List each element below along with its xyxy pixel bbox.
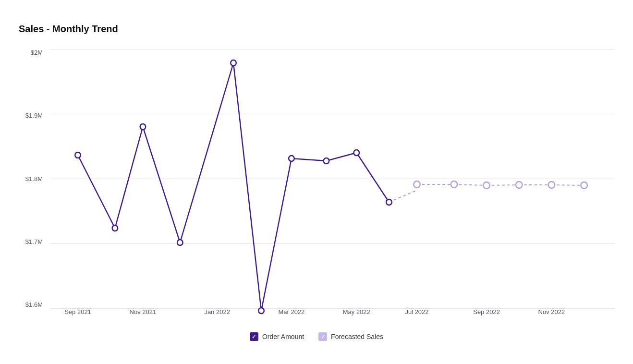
dot-dec2021 <box>177 240 183 245</box>
dot-oct2022-forecast <box>516 182 523 188</box>
forecast-line-3 <box>487 185 519 185</box>
order-amount-line <box>78 63 389 311</box>
y-label-4: $1.9M <box>25 112 43 119</box>
dot-aug2022-forecast <box>451 181 458 188</box>
y-label-3: $1.8M <box>25 175 43 182</box>
chart-container: Sales - Monthly Trend $2M $1.9M $1.8M $1… <box>9 9 624 355</box>
dot-mar2022 <box>289 156 294 161</box>
dot-dec2022-forecast <box>581 182 587 189</box>
legend-checkmark-order: ✓ <box>252 334 256 340</box>
dot-jul2022-forecast <box>414 181 420 188</box>
y-label-2: $1.7M <box>25 238 43 245</box>
forecast-line-5 <box>551 185 584 185</box>
dot-nov2022-forecast <box>548 182 555 188</box>
chart-title: Sales - Monthly Trend <box>19 24 614 35</box>
legend-item-order-amount: ✓ Order Amount <box>250 332 304 341</box>
y-label-5: $2M <box>31 49 43 56</box>
legend-checkmark-forecast: ✓ <box>321 334 325 340</box>
legend-label-order-amount: Order Amount <box>262 333 304 340</box>
dot-apr2022 <box>324 158 329 164</box>
x-label-nov2022: Nov 2022 <box>538 308 565 315</box>
dot-nov2021 <box>140 124 146 130</box>
chart-area: $2M $1.9M $1.8M $1.7M $1.6M <box>19 49 614 328</box>
x-label-sep2022: Sep 2022 <box>473 308 500 315</box>
x-label-may2022: May 2022 <box>343 308 370 315</box>
dot-sep2021 <box>75 152 81 158</box>
x-label-nov2021: Nov 2021 <box>130 308 157 315</box>
dot-may2022 <box>353 150 359 156</box>
legend-item-forecasted-sales: ✓ Forecasted Sales <box>318 332 383 341</box>
dot-jan2022-peak <box>231 60 236 66</box>
legend-icon-order-amount: ✓ <box>250 332 258 341</box>
x-label-sep2021: Sep 2021 <box>64 308 91 315</box>
legend-icon-forecasted-sales: ✓ <box>318 332 327 341</box>
chart-legend: ✓ Order Amount ✓ Forecasted Sales <box>19 332 614 341</box>
forecast-line-start <box>389 190 417 202</box>
y-axis: $2M $1.9M $1.8M $1.7M $1.6M <box>19 49 48 308</box>
x-label-jul2022: Jul 2022 <box>405 308 428 315</box>
chart-svg <box>50 49 614 308</box>
dot-jun2022 <box>386 199 392 205</box>
dot-oct2021 <box>112 225 118 231</box>
x-label-jan2022: Jan 2022 <box>204 308 230 315</box>
x-label-mar2022: Mar 2022 <box>278 308 304 315</box>
legend-label-forecasted-sales: Forecasted Sales <box>331 333 383 340</box>
x-axis: Sep 2021 Nov 2021 Jan 2022 Mar 2022 May … <box>50 308 614 328</box>
y-label-1: $1.6M <box>25 301 43 308</box>
chart-inner <box>50 49 614 308</box>
dot-sep2022-forecast <box>483 182 490 189</box>
forecast-line-2 <box>454 184 487 185</box>
